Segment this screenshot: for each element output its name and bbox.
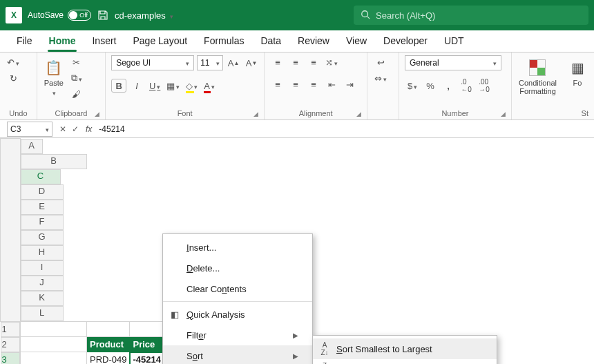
menu-sort-largest[interactable]: ZA↓Sort Largest to Smallest (313, 359, 497, 364)
table-icon: ▦ (568, 58, 587, 77)
col-header[interactable]: L (21, 306, 64, 321)
align-bottom-button[interactable]: ≡ (306, 55, 321, 69)
paste-button[interactable]: 📋 Paste (43, 55, 65, 97)
menu-quick-analysis[interactable]: ◧Quick Analysis (163, 304, 312, 325)
formula-value[interactable]: -45214 (95, 124, 128, 134)
increase-decimal-button[interactable]: .0←0 (459, 79, 474, 93)
menu-sort[interactable]: Sort▶ (163, 345, 312, 364)
cell[interactable]: Price (130, 337, 164, 352)
search-icon (361, 10, 370, 21)
tab-data[interactable]: Data (252, 31, 289, 52)
tab-file[interactable]: File (8, 31, 41, 52)
wrap-text-button[interactable]: ↩ (373, 55, 388, 69)
col-header[interactable]: K (21, 291, 64, 306)
search-placeholder: Search (Alt+Q) (376, 10, 435, 21)
undo-button[interactable]: ↶ (6, 55, 21, 69)
tab-udt[interactable]: UDT (436, 31, 472, 52)
context-menu: Insert... Delete... Clear Contents ◧Quic… (162, 233, 313, 364)
conditional-formatting-icon (528, 58, 547, 77)
format-as-table-button[interactable]: ▦ Fo (566, 55, 588, 87)
menu-insert[interactable]: Insert... (163, 237, 312, 258)
col-header[interactable]: E (21, 200, 64, 215)
col-header[interactable]: A (21, 139, 43, 154)
save-icon[interactable] (97, 9, 109, 21)
menu-filter[interactable]: Filter▶ (163, 325, 312, 345)
merge-button[interactable]: ⇔ (373, 71, 388, 85)
col-header[interactable]: B (21, 154, 87, 169)
clipboard-launcher-icon[interactable]: ◢ (95, 111, 99, 117)
font-color-button[interactable]: A (202, 79, 217, 93)
format-painter-button[interactable]: 🖌 (69, 87, 84, 101)
tab-page-layout[interactable]: Page Layout (124, 31, 195, 52)
row-header[interactable]: 2 (1, 337, 20, 352)
sort-submenu: AZ↓Sort Smallest to Largest ZA↓Sort Larg… (312, 335, 497, 364)
fill-color-button[interactable]: ◇ (184, 79, 199, 93)
tab-formulas[interactable]: Formulas (195, 31, 252, 52)
cell[interactable]: PRD-049 (87, 352, 130, 365)
autosave-toggle[interactable]: AutoSave Off (28, 10, 91, 21)
number-format-select[interactable]: General (405, 55, 501, 70)
col-header[interactable]: D (21, 184, 64, 200)
cancel-formula-icon[interactable]: ✕ (57, 124, 69, 134)
comma-format-button[interactable]: , (441, 79, 456, 93)
bold-button[interactable]: B (111, 79, 126, 93)
cell[interactable]: Product (87, 337, 130, 352)
row-header[interactable]: 1 (1, 322, 20, 337)
name-box[interactable]: C3 (7, 122, 52, 137)
menu-clear-contents[interactable]: Clear Contents (163, 278, 312, 299)
row-header[interactable]: 3 (1, 352, 20, 365)
font-name-select[interactable]: Segoe UI (111, 55, 194, 70)
orientation-button[interactable]: ⤭ (324, 55, 339, 69)
align-center-button[interactable]: ≡ (288, 77, 303, 91)
ribbon: ↶ ↻ Undo 📋 Paste ✂ ⧉ 🖌 Clipboard◢ Segoe … (0, 52, 594, 120)
col-header[interactable]: I (21, 260, 64, 276)
tab-review[interactable]: Review (289, 31, 338, 52)
chevron-right-icon: ▶ (293, 352, 298, 360)
conditional-formatting-button[interactable]: Conditional Formatting (517, 55, 558, 95)
col-header[interactable]: C (21, 169, 61, 184)
fx-icon[interactable]: fx (82, 124, 95, 134)
search-box[interactable]: Search (Alt+Q) (354, 6, 588, 25)
switch-icon[interactable]: Off (68, 10, 91, 21)
tab-developer[interactable]: Developer (375, 31, 436, 52)
italic-button[interactable]: I (129, 79, 144, 93)
chevron-right-icon: ▶ (293, 332, 298, 339)
cut-button[interactable]: ✂ (69, 55, 84, 69)
align-middle-button[interactable]: ≡ (288, 55, 303, 69)
select-all-corner[interactable] (1, 139, 21, 322)
redo-button[interactable]: ↻ (6, 71, 21, 85)
border-button[interactable]: ▦ (165, 79, 181, 93)
worksheet-grid[interactable]: A B C D E F G H I J K L 1 2 Product Pric… (0, 138, 594, 364)
tab-insert[interactable]: Insert (84, 31, 124, 52)
font-launcher-icon[interactable]: ◢ (253, 111, 258, 117)
accounting-format-button[interactable]: $ (405, 79, 420, 93)
enter-formula-icon[interactable]: ✓ (69, 124, 82, 134)
tab-home[interactable]: Home (41, 31, 84, 52)
svg-point-0 (362, 10, 368, 17)
font-size-select[interactable]: 11 (197, 55, 223, 70)
quick-analysis-icon: ◧ (169, 309, 181, 320)
align-left-button[interactable]: ≡ (270, 77, 285, 91)
active-cell[interactable]: -45214 (130, 352, 164, 365)
align-top-button[interactable]: ≡ (270, 55, 285, 69)
col-header[interactable]: G (21, 230, 64, 245)
increase-indent-button[interactable]: ⇥ (342, 77, 357, 91)
increase-font-button[interactable]: A▲ (226, 56, 241, 70)
underline-button[interactable]: U (147, 79, 162, 93)
menu-delete[interactable]: Delete... (163, 258, 312, 278)
align-right-button[interactable]: ≡ (306, 77, 321, 91)
menu-sort-smallest[interactable]: AZ↓Sort Smallest to Largest (313, 338, 497, 359)
ribbon-tabs: File Home Insert Page Layout Formulas Da… (0, 30, 594, 52)
copy-button[interactable]: ⧉ (69, 71, 84, 85)
number-launcher-icon[interactable]: ◢ (501, 111, 506, 117)
decrease-decimal-button[interactable]: .00→0 (477, 79, 492, 93)
percent-format-button[interactable]: % (423, 79, 438, 93)
tab-view[interactable]: View (338, 31, 375, 52)
col-header[interactable]: F (21, 215, 64, 230)
alignment-launcher-icon[interactable]: ◢ (356, 111, 361, 117)
decrease-indent-button[interactable]: ⇤ (324, 77, 339, 91)
col-header[interactable]: H (21, 245, 64, 260)
decrease-font-button[interactable]: A▼ (244, 56, 259, 70)
document-name[interactable]: cd-examples (115, 10, 173, 21)
col-header[interactable]: J (21, 276, 64, 291)
